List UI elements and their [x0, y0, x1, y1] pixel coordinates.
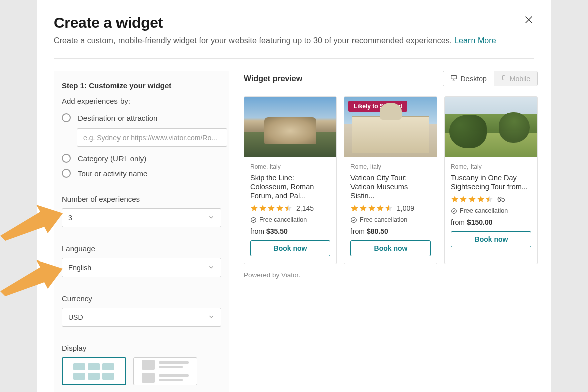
device-mobile-label: Mobile: [510, 75, 530, 83]
card-image: [244, 97, 336, 157]
card-location: Rome, Italy: [451, 163, 531, 170]
star-rating: [451, 195, 493, 203]
preview-card: Likely to Sell Out Rome, Italy Vatican C…: [344, 96, 437, 264]
device-desktop-label: Desktop: [460, 75, 486, 83]
svg-marker-13: [351, 205, 358, 212]
from-label: from: [350, 227, 365, 235]
check-circle-icon: [250, 217, 257, 223]
svg-marker-16: [377, 205, 383, 212]
preview-title: Widget preview: [244, 74, 302, 83]
price-amount: $35.50: [266, 227, 288, 235]
card-price: from $35.50: [250, 227, 330, 235]
close-icon[interactable]: [523, 14, 534, 27]
card-image: [445, 97, 537, 157]
svg-rect-2: [451, 75, 457, 79]
currency-value: USD: [68, 313, 83, 321]
card-price: from $80.50: [350, 227, 431, 235]
preview-card: Rome, Italy Skip the Line: Colosseum, Ro…: [244, 96, 337, 264]
star-rating: [250, 204, 292, 212]
destination-input[interactable]: [77, 128, 227, 147]
powered-by: Powered by Viator.: [244, 271, 538, 279]
check-circle-icon: [451, 208, 457, 214]
radio-category-label: Category (URL only): [78, 154, 146, 163]
num-experiences-value: 3: [68, 214, 72, 222]
display-label: Display: [62, 344, 221, 352]
display-grid-option[interactable]: [62, 357, 126, 385]
rating-count: 65: [497, 195, 505, 203]
grid-thumb-icon: [73, 363, 114, 380]
device-toggle: Desktop Mobile: [443, 71, 538, 86]
radio-destination[interactable]: [62, 113, 71, 122]
desktop-icon: [450, 74, 457, 83]
mobile-icon: [501, 74, 507, 83]
svg-marker-17: [385, 205, 392, 212]
num-experiences-label: Number of experiences: [62, 195, 221, 203]
from-label: from: [451, 218, 465, 226]
card-title: Vatican City Tour: Vatican Museums Sisti…: [350, 173, 431, 200]
star-rating: [350, 204, 393, 212]
language-label: Language: [62, 244, 221, 253]
svg-marker-7: [251, 205, 257, 212]
book-now-button[interactable]: Book now: [451, 231, 531, 247]
svg-marker-20: [460, 196, 466, 203]
card-location: Rome, Italy: [250, 163, 330, 170]
card-title: Tuscany in One Day Sightseeing Tour from…: [451, 173, 531, 191]
svg-marker-14: [360, 205, 366, 212]
subtitle-text: Create a custom, mobile-friendly widget …: [54, 36, 452, 45]
svg-marker-11: [285, 205, 291, 212]
free-cancel-label: Free cancellation: [259, 216, 307, 223]
page-subtitle: Create a custom, mobile-friendly widget …: [54, 36, 496, 45]
svg-marker-22: [477, 196, 484, 203]
rating-count: 2,145: [296, 204, 314, 212]
free-cancellation: Free cancellation: [451, 207, 531, 214]
card-title: Skip the Line: Colosseum, Roman Forum, a…: [250, 173, 330, 200]
num-experiences-select[interactable]: 3: [62, 208, 221, 227]
rating-count: 1,009: [397, 204, 414, 212]
free-cancel-label: Free cancellation: [360, 216, 407, 223]
radio-destination-label: Destination or attraction: [78, 114, 157, 122]
language-select[interactable]: English: [62, 258, 221, 277]
svg-marker-15: [368, 205, 375, 212]
book-now-button[interactable]: Book now: [350, 240, 431, 256]
preview-card: Rome, Italy Tuscany in One Day Sightseei…: [444, 96, 538, 264]
currency-select[interactable]: USD: [62, 308, 221, 327]
currency-label: Currency: [62, 294, 221, 303]
free-cancellation: Free cancellation: [250, 216, 330, 223]
display-list-option[interactable]: [133, 357, 197, 385]
svg-marker-10: [276, 205, 283, 212]
device-desktop-button[interactable]: Desktop: [443, 71, 493, 86]
svg-point-24: [452, 208, 457, 213]
radio-tour[interactable]: [62, 169, 71, 178]
free-cancellation: Free cancellation: [350, 216, 431, 223]
book-now-button[interactable]: Book now: [250, 240, 330, 256]
svg-marker-8: [259, 205, 266, 212]
check-circle-icon: [350, 217, 357, 223]
from-label: from: [250, 227, 264, 235]
language-value: English: [68, 264, 91, 272]
list-thumb-icon: [142, 360, 189, 383]
add-by-label: Add experiences by:: [62, 97, 221, 105]
svg-point-12: [251, 218, 256, 223]
device-mobile-button[interactable]: Mobile: [494, 71, 537, 86]
svg-marker-9: [268, 205, 274, 212]
svg-marker-19: [451, 196, 458, 203]
sellout-badge: Likely to Sell Out: [348, 101, 407, 112]
preview-pane: Widget preview Desktop Mobile: [244, 71, 538, 392]
card-location: Rome, Italy: [350, 163, 431, 170]
divider: [54, 58, 534, 59]
config-panel: Step 1: Customize your widget Add experi…: [54, 71, 229, 392]
radio-tour-label: Tour or activity name: [78, 169, 147, 178]
radio-category[interactable]: [62, 154, 71, 163]
learn-more-link[interactable]: Learn More: [454, 36, 496, 45]
card-price: from $150.00: [451, 218, 531, 226]
free-cancel-label: Free cancellation: [460, 207, 508, 214]
chevron-down-icon: [208, 313, 215, 322]
price-amount: $80.50: [367, 227, 388, 235]
card-image: Likely to Sell Out: [344, 97, 437, 157]
svg-point-18: [351, 218, 357, 223]
svg-marker-23: [486, 196, 492, 203]
chevron-down-icon: [208, 264, 215, 272]
chevron-down-icon: [208, 214, 215, 222]
price-amount: $150.00: [467, 218, 493, 226]
svg-marker-21: [468, 196, 475, 203]
